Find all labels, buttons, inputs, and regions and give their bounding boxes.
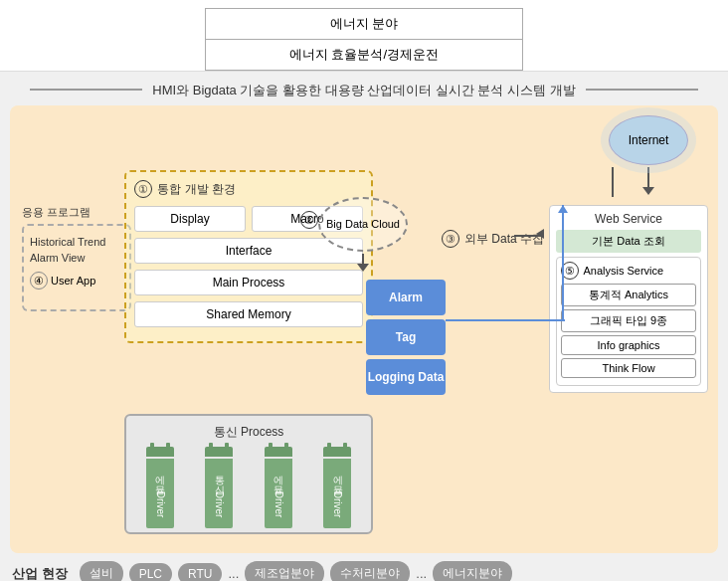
alarm-view: Alarm View [30, 250, 123, 266]
bigdata-cloud: ② Big Data Cloud [318, 195, 408, 272]
internet-cloud: Internet [609, 115, 688, 195]
user-app: ④ User App [30, 272, 123, 290]
bottom-tag-1: PLC [129, 563, 172, 582]
right-service: Web Service 기본 Data 조회 ⑤ Analysis Servic… [549, 205, 708, 393]
driver2-label: 통신 Driver [212, 469, 226, 517]
app-section: 응용 프로그램 Historical Trend Alarm View ④ Us… [22, 205, 131, 311]
interface-label: Interface [226, 244, 273, 258]
dev-env-num: ① [134, 180, 152, 198]
cloud-shape: Internet [609, 115, 688, 165]
driver3-label: 에뮬 Driver [272, 469, 285, 517]
driver4-body: 에뮬 Driver [323, 459, 351, 528]
driver1-body: 에뮬 Driver [146, 459, 174, 528]
bottom-tag-7: 에너지분야 [433, 561, 512, 581]
comm-box: 통신 Process 에뮬 Driver 통신 Driver 에 [124, 414, 373, 534]
dev-env-title-label: 통합 개발 환경 [157, 182, 236, 196]
bottom-tag-4: 제조업분야 [245, 561, 324, 581]
header-row2: 에너지 효율분석/경제운전 [206, 40, 522, 70]
analysis-service-label: Analysis Service [583, 265, 663, 277]
app-section-label: 응용 프로그램 [22, 206, 91, 218]
header-row1: 에너지 분야 [206, 9, 522, 40]
driver3-body: 에뮬 Driver [265, 459, 292, 528]
comm-title: 통신 Process [132, 424, 365, 441]
analysis-section: ⑤ Analysis Service 통계적 Analytics 그래픽 타입 … [556, 257, 701, 386]
driver4-top [323, 447, 351, 457]
driver2-item: 통신 Driver [205, 447, 233, 528]
bottom-tag-2: RTU [178, 563, 222, 582]
analysis-title: ⑤ Analysis Service [561, 262, 696, 280]
alarm-cylinder: Alarm [366, 280, 446, 315]
comm-process-label: 통신 Process [214, 425, 284, 439]
alarm-view-label: Alarm View [30, 252, 85, 264]
display-label: Display [170, 212, 209, 226]
bigdata-num: ② [300, 211, 318, 229]
display-box: Display [134, 206, 246, 232]
drivers-row: 에뮬 Driver 통신 Driver 에뮬 Driver [132, 447, 365, 528]
historical-trend-label: Historical Trend [30, 236, 105, 248]
diagram-area: Internet ③ 외부 Data 수집 응용 프로그램 Historical… [10, 105, 718, 553]
bottom-tag-5: 수처리분야 [330, 561, 410, 581]
shared-memory-box: Shared Memory [134, 301, 363, 327]
subtitle-text: HMI와 Bigdata 기술을 활용한 대용량 산업데이터 실시간 분석 시스… [142, 83, 585, 97]
basic-data-label: 기본 Data 조회 [592, 235, 664, 247]
logging-cylinder: Logging Data [366, 359, 446, 395]
web-service-label: Web Service [595, 212, 662, 226]
driver2-body: 통신 Driver [205, 459, 233, 528]
alarm-label: Alarm [389, 290, 423, 304]
web-service-title: Web Service [556, 212, 701, 226]
info-graphics-label: Info graphics [598, 339, 660, 351]
arrow-up-indicator [562, 205, 568, 213]
graph-type-item: 그래픽 타입 9종 [561, 309, 696, 332]
think-flow-label: Think Flow [602, 362, 654, 374]
app-box: Historical Trend Alarm View ④ User App [22, 224, 131, 311]
external-data-num: ③ [442, 230, 459, 248]
external-data-section: ③ 외부 Data 수집 [442, 230, 544, 248]
driver2-top [205, 447, 233, 457]
main-process-label: Main Process [213, 276, 285, 290]
app-section-title: 응용 프로그램 [22, 205, 131, 220]
header-energy-analysis: 에너지 효율분석/경제운전 [289, 47, 439, 62]
driver3-top [265, 447, 292, 457]
top-header: 에너지 분야 에너지 효율분석/경제운전 [205, 8, 523, 71]
arrow-h1 [446, 319, 565, 321]
graph-type-label: 그래픽 타입 9종 [590, 314, 667, 326]
driver4-label: 에뮬 Driver [330, 469, 344, 517]
industry-label: 산업 현장 [12, 565, 68, 582]
driver1-top [146, 447, 174, 457]
arrow-v1 [562, 205, 564, 321]
driver3-item: 에뮬 Driver [265, 447, 292, 528]
think-flow-item: Think Flow [561, 358, 696, 378]
bottom-ellipsis-1: ... [228, 566, 239, 581]
historical-trend: Historical Trend [30, 234, 123, 250]
arrow-internet-down [612, 167, 614, 197]
stats-analytics-item: 통계적 Analytics [561, 284, 696, 306]
driver4-item: 에뮬 Driver [323, 447, 351, 528]
basic-data-box: 기본 Data 조회 [556, 230, 701, 253]
user-app-label: User App [51, 275, 95, 287]
arrow-ext-left-tip [536, 229, 544, 239]
driver1-item: 에뮬 Driver [146, 447, 174, 528]
logging-label: Logging Data [368, 370, 445, 384]
bottom-ellipsis-2: ... [416, 566, 427, 581]
bigdata-label: Big Data Cloud [326, 217, 400, 232]
bottom-bar: 산업 현장 설비 PLC RTU ... 제조업분야 수처리분야 ... 에너지… [0, 553, 728, 581]
subtitle-bar: HMI와 Bigdata 기술을 활용한 대용량 산업데이터 실시간 분석 시스… [0, 72, 728, 105]
tag-label: Tag [396, 330, 416, 344]
bottom-tag-0: 설비 [80, 561, 123, 581]
stats-analytics-label: 통계적 Analytics [589, 289, 668, 300]
data-cylinders: Alarm Tag Logging Data [366, 280, 446, 395]
user-app-num: ④ [30, 272, 48, 290]
main-process-box: Main Process [134, 270, 363, 295]
header-energy-field: 에너지 분야 [330, 16, 399, 31]
tag-cylinder: Tag [366, 319, 446, 355]
internet-label: Internet [629, 133, 669, 147]
info-graphics-item: Info graphics [561, 335, 696, 355]
driver1-label: 에뮬 Driver [153, 469, 167, 517]
shared-memory-label: Shared Memory [206, 307, 290, 321]
bigdata-oval-shape: Big Data Cloud [318, 197, 408, 252]
